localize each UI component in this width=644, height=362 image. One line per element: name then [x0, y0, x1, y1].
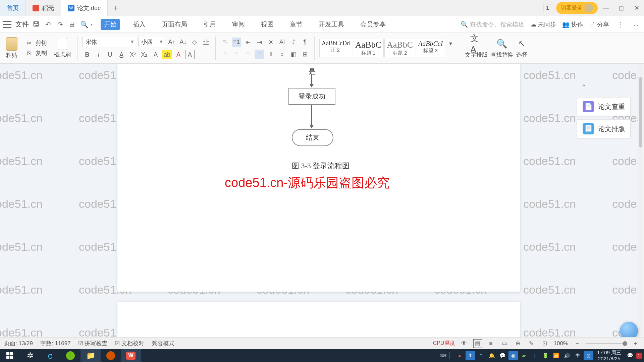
share-button[interactable]: ↗ 分享	[589, 20, 609, 28]
zoom-knob[interactable]	[623, 341, 627, 346]
tray-wifi-icon[interactable]: 📶	[551, 351, 561, 360]
tray-icon[interactable]: ⬆	[466, 351, 475, 360]
styles-more-icon[interactable]: ▾	[446, 39, 455, 48]
tab-home[interactable]: 首页	[0, 0, 26, 16]
superscript-icon[interactable]: X²	[128, 50, 138, 59]
tray-nvidia-icon[interactable]: ▰	[519, 351, 529, 360]
sync-status[interactable]: ☁ 未同步	[530, 20, 556, 28]
ribbon-tab-start[interactable]: 开始	[101, 19, 120, 30]
tray-wechat-icon[interactable]: 💬	[498, 351, 507, 360]
window-count-badge[interactable]: 1	[543, 4, 552, 12]
proofread-toggle[interactable]: ☑ 文档校对	[115, 340, 144, 347]
italic-icon[interactable]: I	[94, 50, 103, 59]
line-spacing-icon[interactable]: ↕	[277, 50, 287, 59]
clear-format-icon[interactable]: ◇	[190, 38, 199, 47]
distribute-icon[interactable]: ⫴	[266, 50, 275, 59]
taskbar-clock[interactable]: 17:09 周三2021/8/25	[597, 350, 621, 362]
subscript-icon[interactable]: X₂	[140, 50, 149, 59]
underline-icon[interactable]: U	[105, 50, 115, 59]
cut-label[interactable]: 剪切	[36, 39, 47, 47]
zoom-slider[interactable]	[586, 343, 627, 344]
tray-notifications-icon[interactable]: 💬	[625, 351, 635, 360]
tray-battery-icon[interactable]: 🔋	[541, 351, 550, 360]
print-icon[interactable]: 🖨	[67, 19, 77, 29]
qat-more-icon[interactable]: ▾	[91, 22, 93, 27]
paper-layout-button[interactable]: 📃 论文排版	[577, 119, 631, 138]
close-button[interactable]: ✕	[629, 1, 644, 15]
font-color-icon[interactable]: A	[174, 50, 183, 59]
shrink-font-icon[interactable]: A↓	[178, 38, 188, 47]
copy-icon[interactable]: ⎘	[24, 49, 34, 58]
task-app1[interactable]: ✲	[20, 349, 40, 362]
start-button[interactable]	[0, 349, 20, 362]
zoom-level[interactable]: 100%	[554, 340, 568, 347]
align-left-icon[interactable]: ≡	[220, 50, 230, 59]
font-name-select[interactable]: 宋体	[83, 37, 136, 47]
save-icon[interactable]: 🖫	[31, 19, 41, 29]
char-border-icon[interactable]: A	[185, 50, 195, 59]
align-center-icon[interactable]: ≡	[232, 50, 241, 59]
task-app2[interactable]	[101, 349, 121, 362]
tray-badge[interactable]: 1	[636, 353, 642, 359]
zoom-in-icon[interactable]: +	[631, 339, 640, 348]
edit-mode-icon[interactable]: ✎	[527, 339, 536, 348]
page-view-icon[interactable]: ▤	[473, 339, 482, 348]
showmarks-icon[interactable]: ¶	[300, 38, 310, 47]
brush-label[interactable]: 格式刷	[54, 51, 71, 58]
fit-width-icon[interactable]: ⊡	[540, 339, 549, 348]
tray-bluetooth-icon[interactable]: ᛒ	[530, 351, 539, 360]
task-ie[interactable]: e	[40, 349, 60, 362]
tray-icon[interactable]: ◎	[584, 351, 593, 360]
collapse-tools-icon[interactable]: ⌃	[577, 80, 590, 94]
hamburger-icon[interactable]	[3, 21, 11, 28]
bold-icon[interactable]: B	[83, 50, 92, 59]
page-indicator[interactable]: 页面: 13/29	[4, 340, 33, 347]
grow-font-icon[interactable]: A↑	[167, 38, 176, 47]
ribbon-tab-review[interactable]: 审阅	[229, 19, 248, 30]
tray-icon[interactable]: ●	[455, 351, 464, 360]
undo-icon[interactable]: ↶	[43, 19, 53, 29]
indent-icon[interactable]: ⇥	[255, 38, 264, 47]
search-command[interactable]: 🔍 查找命令、搜索模板	[461, 20, 524, 28]
sort-icon[interactable]: ✕	[266, 38, 275, 47]
style-h2[interactable]: AaBbC标题 2	[384, 39, 415, 57]
paper-check-button[interactable]: 📄 论文查重	[577, 97, 631, 116]
justify-icon[interactable]: ≡	[255, 50, 264, 59]
font-size-select[interactable]: 小四	[138, 37, 165, 47]
tab-document[interactable]: W论文.doc	[61, 0, 108, 16]
web-view-icon[interactable]: ⊕	[514, 339, 522, 348]
tray-security-icon[interactable]: 🛡	[476, 351, 486, 360]
guest-login-button[interactable]: 访客登录	[556, 2, 598, 14]
collab-button[interactable]: 👥 协作	[562, 20, 583, 28]
brush-icon[interactable]	[58, 38, 67, 50]
outline-view-icon[interactable]: ≡	[487, 339, 495, 348]
ribbon-tab-chapter[interactable]: 章节	[286, 19, 306, 30]
numbering-icon[interactable]: ≡1	[232, 38, 241, 47]
cut-icon[interactable]: ✂	[24, 39, 34, 48]
task-browser[interactable]	[60, 349, 80, 362]
scrollbar-track[interactable]	[638, 64, 643, 349]
highlight-icon[interactable]: ab	[162, 50, 172, 59]
style-normal[interactable]: AaBbCcDd正文	[319, 39, 352, 57]
task-wps[interactable]: W	[121, 349, 141, 362]
collapse-ribbon-icon[interactable]: ︿	[631, 19, 641, 29]
ribbon-tab-layout[interactable]: 页面布局	[158, 19, 191, 30]
scrollbar-thumb[interactable]	[639, 77, 642, 147]
zoom-out-icon[interactable]: −	[573, 339, 582, 348]
tray-icon[interactable]: 🔔	[487, 351, 496, 360]
ribbon-tab-view[interactable]: 视图	[258, 19, 277, 30]
borders-icon[interactable]: ⊞	[300, 50, 310, 59]
word-count[interactable]: 字数: 11697	[40, 340, 71, 347]
select-button[interactable]: ↖选择	[516, 38, 528, 59]
ribbon-tab-devtools[interactable]: 开发工具	[315, 19, 347, 30]
file-menu[interactable]: 文件	[15, 20, 29, 29]
phonetic-icon[interactable]: 㐀	[201, 38, 211, 47]
spellcheck-toggle[interactable]: ☑ 拼写检查	[78, 340, 108, 347]
paste-icon[interactable]	[6, 37, 17, 51]
minimize-button[interactable]: —	[598, 1, 613, 15]
redo-icon[interactable]: ↷	[55, 19, 65, 29]
text-effects-icon[interactable]: A	[151, 50, 160, 59]
strike-icon[interactable]: A̲	[117, 50, 126, 59]
read-view-icon[interactable]: ▭	[500, 339, 509, 348]
style-h1[interactable]: AaBbC标题 1	[353, 39, 384, 57]
